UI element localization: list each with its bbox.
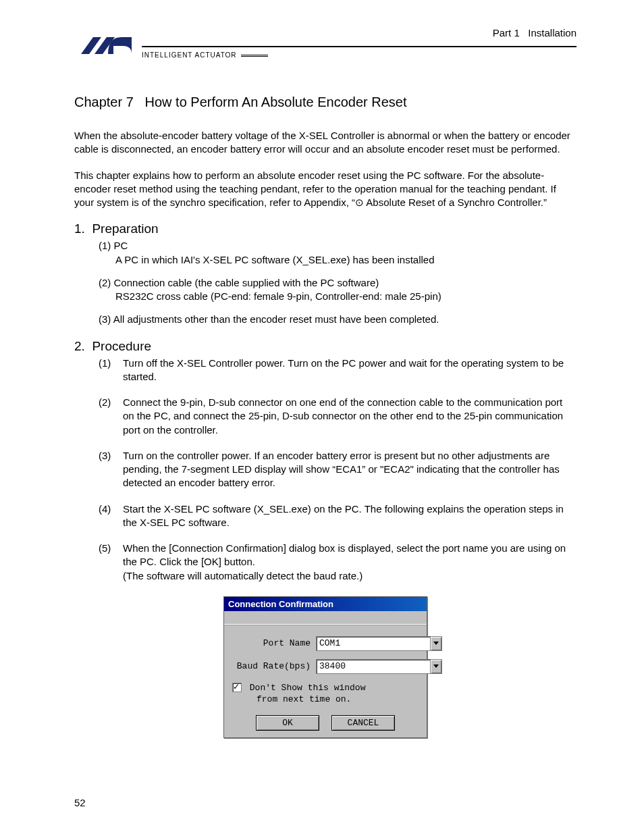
- baud-rate-label: Baud Rate(bps): [230, 661, 316, 671]
- proc-item-2: (2) Connect the 9-pin, D-sub connector o…: [99, 396, 576, 437]
- section-procedure-title: 2. Procedure: [74, 339, 576, 354]
- baud-rate-input[interactable]: [317, 660, 430, 673]
- prep-item-1: (1) PC A PC in which IAI's X-SEL PC soft…: [99, 239, 576, 267]
- baud-rate-dropdown-button[interactable]: [430, 660, 441, 673]
- dialog-toolbar-area: [224, 611, 427, 625]
- prep-item-3: (3) All adjustments other than the encod…: [99, 313, 576, 326]
- dont-show-checkbox[interactable]: [232, 683, 242, 692]
- proc-item-3: (3) Turn on the controller power. If an …: [99, 449, 576, 490]
- baud-rate-combo[interactable]: [316, 659, 442, 674]
- dont-show-label-line2: from next time on.: [257, 694, 421, 706]
- chevron-down-icon: [433, 664, 439, 669]
- svg-marker-4: [433, 664, 439, 668]
- chapter-title: Chapter 7 How to Perform An Absolute Enc…: [74, 95, 576, 110]
- port-name-combo[interactable]: [316, 636, 442, 651]
- header-rule: [142, 46, 576, 47]
- part-label: Part 1 Installation: [493, 27, 576, 38]
- prep-item-2: (2) Connection cable (the cable supplied…: [99, 276, 576, 304]
- ok-button[interactable]: OK: [256, 715, 319, 731]
- connection-confirmation-dialog: Connection Confirmation Port Name Baud R…: [223, 596, 427, 738]
- brand-subhead: INTELLIGENT ACTUATOR: [142, 51, 268, 59]
- proc-item-1: (1) Turn off the X-SEL Controller power.…: [99, 357, 576, 384]
- intro-paragraph-1: When the absolute-encoder battery voltag…: [74, 129, 576, 157]
- port-name-label: Port Name: [230, 638, 316, 648]
- proc-item-5: (5) When the [Connection Confirmation] d…: [99, 542, 576, 583]
- cancel-button[interactable]: CANCEL: [331, 715, 395, 731]
- section-preparation-title: 1. Preparation: [74, 221, 576, 236]
- page-header: Part 1 Installation INTELLIGENT ACTUATOR: [74, 27, 576, 61]
- svg-marker-3: [433, 642, 439, 645]
- brand-logo-icon: [74, 34, 135, 63]
- dont-show-checkbox-row[interactable]: Don't Show this window from next time on…: [232, 682, 421, 706]
- chevron-down-icon: [433, 642, 439, 646]
- port-name-input[interactable]: [317, 637, 430, 650]
- dont-show-label-line1: Don't Show this window: [250, 683, 366, 693]
- proc-item-4: (4) Start the X-SEL PC software (X_SEL.e…: [99, 502, 576, 530]
- intro-paragraph-2: This chapter explains how to perform an …: [74, 169, 576, 210]
- page-number: 52: [74, 797, 86, 808]
- port-name-dropdown-button[interactable]: [430, 637, 441, 650]
- dialog-title: Connection Confirmation: [224, 597, 427, 611]
